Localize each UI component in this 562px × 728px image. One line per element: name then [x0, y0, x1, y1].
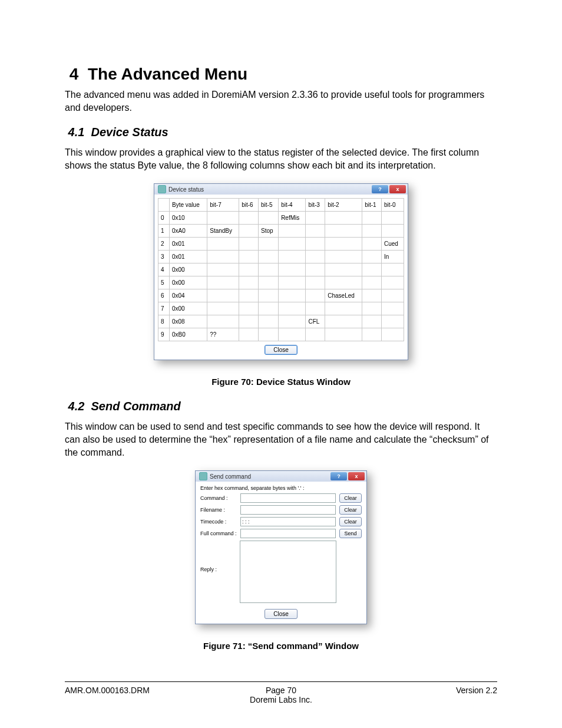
- status-cell: 7: [158, 302, 170, 315]
- status-cell: [306, 302, 325, 315]
- status-cell: [325, 238, 362, 251]
- status-cell: [279, 289, 306, 302]
- status-cell: [362, 225, 382, 238]
- status-cell: In: [381, 251, 404, 263]
- status-row: 50x00: [158, 276, 404, 289]
- status-cell: [306, 328, 325, 341]
- status-cell: [325, 212, 362, 225]
- timecode-input[interactable]: [240, 517, 336, 526]
- footer-center: Page 70 Doremi Labs Inc.: [209, 686, 353, 704]
- status-cell: [325, 302, 362, 315]
- status-cell: [325, 315, 362, 328]
- help-button[interactable]: ?: [330, 472, 347, 480]
- status-cell: [239, 238, 259, 251]
- send-button[interactable]: Send: [339, 529, 362, 538]
- status-cell: [239, 289, 259, 302]
- status-cell: [259, 238, 279, 251]
- status-cell: [381, 289, 404, 302]
- full-command-input[interactable]: [240, 529, 336, 538]
- reply-label: Reply :: [200, 566, 236, 572]
- status-cell: CFL: [306, 315, 325, 328]
- send-command-close-button[interactable]: Close: [265, 609, 297, 619]
- section-4-2-title: Send Command: [91, 400, 181, 413]
- status-cell: [306, 225, 325, 238]
- status-header-cell: bit-6: [239, 199, 259, 212]
- section-4-1-title: Device Status: [91, 126, 168, 139]
- status-header-cell: bit-0: [381, 199, 404, 212]
- section-4-1-heading: 4.1 Device Status: [65, 126, 497, 139]
- section-4-1-number: 4.1: [68, 126, 85, 139]
- status-cell: 0x00: [170, 276, 207, 289]
- status-cell: 3: [158, 251, 170, 263]
- send-command-window: Send command ? x Enter hex command, sepa…: [195, 470, 367, 624]
- intro-paragraph: The advanced menu was added in DoremiAM …: [65, 88, 497, 114]
- status-cell: [259, 302, 279, 315]
- figure-71-caption: Figure 71: “Send command” Window: [65, 641, 497, 651]
- status-cell: [279, 251, 306, 263]
- status-cell: [207, 289, 239, 302]
- status-cell: 0xB0: [170, 328, 207, 341]
- status-row: 20x01Cued: [158, 238, 404, 251]
- status-cell: [279, 225, 306, 238]
- footer-right: Version 2.2: [353, 686, 497, 704]
- filename-input[interactable]: [240, 505, 336, 515]
- full-command-label: Full command :: [200, 531, 237, 536]
- device-status-title: Device status: [168, 186, 204, 193]
- status-row: 40x00: [158, 263, 404, 276]
- page: 4 The Advanced Menu The advanced menu wa…: [0, 0, 562, 728]
- chapter-title: The Advanced Menu: [88, 65, 247, 83]
- status-cell: [325, 276, 362, 289]
- status-header-cell: bit-1: [362, 199, 382, 212]
- section-4-1-paragraph: This window provides a graphical view to…: [65, 146, 497, 172]
- command-input[interactable]: [240, 493, 336, 503]
- status-cell: 0x04: [170, 289, 207, 302]
- chapter-heading: 4 The Advanced Menu: [65, 65, 497, 84]
- status-cell: [207, 251, 239, 263]
- device-status-body: Byte valuebit-7bit-6bit-5bit-4bit-3bit-2…: [154, 195, 408, 360]
- status-cell: [239, 315, 259, 328]
- status-cell: 4: [158, 263, 170, 276]
- device-status-window: Device status ? x Byte valuebit-7bit-6bi…: [154, 183, 408, 360]
- status-cell: 9: [158, 328, 170, 341]
- status-cell: [279, 328, 306, 341]
- status-cell: [279, 238, 306, 251]
- status-cell: [362, 289, 382, 302]
- status-cell: 8: [158, 315, 170, 328]
- status-cell: [306, 289, 325, 302]
- status-cell: [362, 315, 382, 328]
- status-cell: [207, 276, 239, 289]
- help-button[interactable]: ?: [372, 185, 388, 193]
- status-cell: [239, 276, 259, 289]
- device-status-close-button[interactable]: Close: [265, 345, 297, 355]
- command-clear-button[interactable]: Clear: [339, 493, 362, 503]
- status-cell: 0x00: [170, 302, 207, 315]
- status-cell: [259, 276, 279, 289]
- reply-textarea[interactable]: [240, 541, 336, 603]
- status-cell: [259, 263, 279, 276]
- status-row: 60x04ChaseLed: [158, 289, 404, 302]
- status-cell: 0x10: [170, 212, 207, 225]
- status-cell: [381, 263, 404, 276]
- status-cell: [239, 328, 259, 341]
- window-close-button[interactable]: x: [389, 185, 406, 193]
- status-row: 90xB0??: [158, 328, 404, 341]
- status-cell: ChaseLed: [325, 289, 362, 302]
- status-cell: [239, 251, 259, 263]
- filename-clear-button[interactable]: Clear: [339, 505, 362, 515]
- status-cell: [381, 212, 404, 225]
- status-cell: [381, 315, 404, 328]
- status-cell: [279, 315, 306, 328]
- figure-70-caption: Figure 70: Device Status Window: [65, 377, 497, 387]
- status-cell: 0x00: [170, 263, 207, 276]
- status-cell: [207, 212, 239, 225]
- status-cell: [207, 238, 239, 251]
- status-cell: 2: [158, 238, 170, 251]
- status-cell: [239, 263, 259, 276]
- status-cell: [381, 328, 404, 341]
- status-cell: [306, 251, 325, 263]
- status-cell: [362, 276, 382, 289]
- status-header-cell: bit-4: [279, 199, 306, 212]
- window-close-button[interactable]: x: [348, 472, 365, 480]
- timecode-clear-button[interactable]: Clear: [339, 517, 362, 526]
- status-cell: [207, 302, 239, 315]
